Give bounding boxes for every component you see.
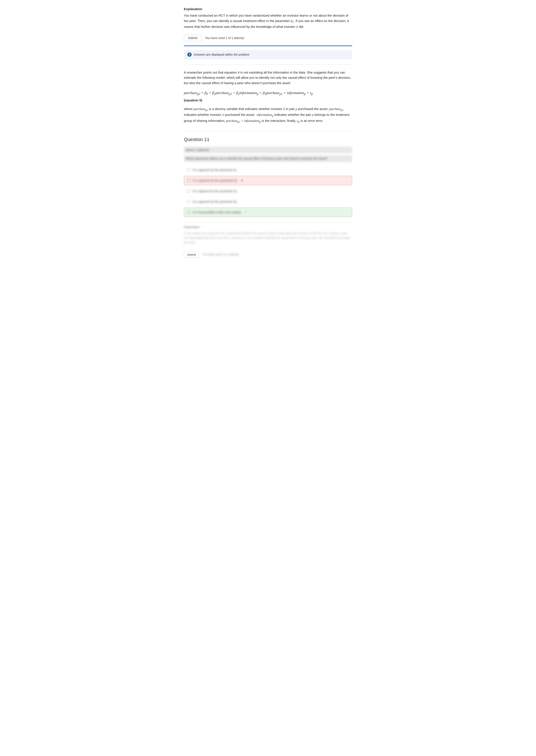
info-icon: ℹ (187, 52, 192, 57)
bottom-submit-area: Submit You have used 1 of 1 attempt (184, 252, 352, 258)
blue-divider (184, 46, 352, 46)
equation-math: purchasep2 = β0 + β1purchasep1 + β2infor… (184, 91, 313, 95)
answer-option-d[interactable]: it is captured by the parameter β₄ (184, 197, 352, 206)
option-d-text: it is captured by the parameter β₄ (192, 199, 237, 204)
option-b-text: it is captured by the parameter β₂ (193, 178, 237, 183)
equation-label: (equation 5) (184, 98, 352, 103)
radio-c (187, 189, 190, 193)
question-11-section: Question 11 Select 1 option(s) Which par… (184, 131, 352, 258)
bottom-explanation: Explanation In this setting, the researc… (184, 222, 352, 247)
answer-option-a[interactable]: it is captured by the parameter β₁ (184, 166, 352, 174)
attempt-text: You have used 1 of 1 attempt (205, 36, 244, 40)
explanation-section: Explanation You have conducted an RCT in… (184, 7, 352, 30)
prompt-line-1: Select 1 option(s) (184, 147, 352, 153)
where-text: where purchasep2 is a dummy variable tha… (184, 106, 352, 124)
bottom-submit-button[interactable]: Submit (184, 252, 199, 258)
question-11-number: Question 11 (184, 131, 352, 143)
explanation-text: You have conducted an RCT in which you h… (184, 13, 352, 30)
radio-b (187, 179, 190, 182)
info-banner-text: Answers are displayed within the problem (194, 52, 250, 57)
bottom-explanation-text: In this setting, the researcher has rand… (184, 231, 352, 245)
info-banner: ℹ Answers are displayed within the probl… (184, 50, 352, 59)
submit-area: Submit You have used 1 of 1 attempt (184, 35, 352, 41)
option-c-text: it is captured by the parameter β₃ (192, 189, 237, 194)
page-container: Explanation You have conducted an RCT in… (175, 0, 361, 264)
answer-option-c[interactable]: it is captured by the parameter β₃ (184, 187, 352, 196)
correct-mark-e: ✓ (244, 210, 247, 215)
bottom-attempt-text: You have used 1 of 1 attempt (202, 252, 239, 257)
equation-formula: purchasep2 = β0 + β1purchasep1 + β2infor… (184, 90, 352, 97)
beta-1-inline: β1 (291, 19, 294, 23)
prompt-line-2: Which parameter allows you to identify t… (184, 155, 352, 162)
option-a-text: it is captured by the parameter β₁ (192, 168, 237, 172)
option-e-text: it is not possible to tell in this setti… (193, 210, 241, 215)
radio-a (187, 168, 190, 172)
wrong-mark-b: ✗ (241, 178, 243, 183)
body-intro-text: A researcher points out that equation 4 … (184, 70, 352, 86)
answer-option-e[interactable]: it is not possible to tell in this setti… (184, 207, 352, 217)
bottom-explanation-title: Explanation (184, 225, 352, 230)
radio-d (187, 200, 190, 204)
explanation-title: Explanation (184, 7, 352, 12)
answer-options: it is captured by the parameter β₁ it is… (184, 166, 352, 217)
question-11-prompt: Select 1 option(s) Which parameter allow… (184, 147, 352, 162)
radio-e (187, 210, 190, 214)
answer-option-b[interactable]: it is captured by the parameter β₂ ✗ (184, 176, 352, 185)
submit-button[interactable]: Submit (184, 35, 202, 41)
